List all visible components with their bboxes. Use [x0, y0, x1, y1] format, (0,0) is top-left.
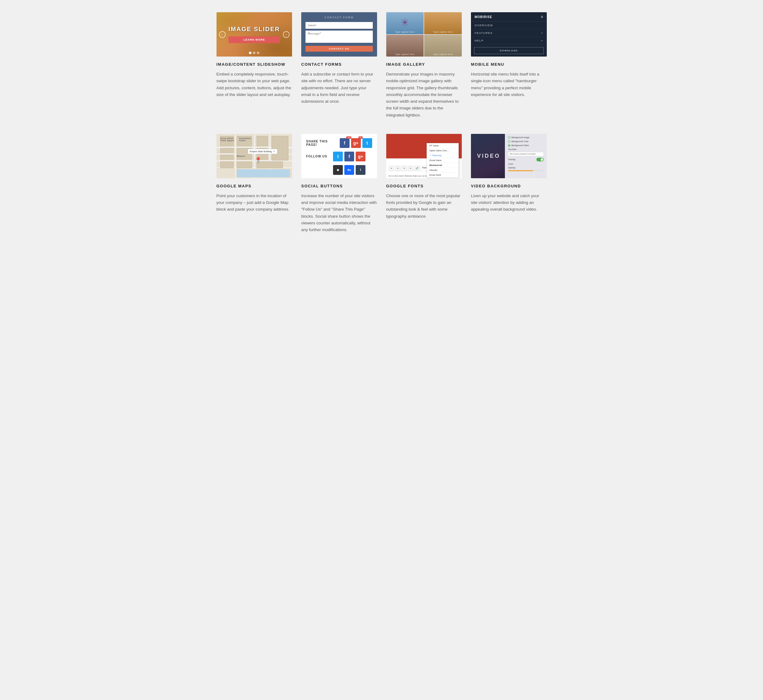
font-option-droid-serif[interactable]: Droid Serif — [427, 173, 458, 178]
radio-bg-image-dot[interactable] — [508, 136, 511, 139]
fonts-align-right-btn[interactable]: ≡ — [401, 166, 407, 171]
social-follow-label: FOLLOW US — [306, 155, 331, 158]
video-overlay-row: Overlay — [508, 158, 544, 161]
mobile-menu-label-help: HELP — [475, 39, 484, 42]
follow-behance-btn[interactable]: Be — [344, 165, 354, 175]
page-wrapper: ‹ IMAGE SLIDER LEARN MORE › IMAGE/CONTEN… — [210, 0, 553, 261]
feature-row-2: Отель HiltonTimes Square ConventionCente… — [216, 134, 547, 234]
fonts-align-left-btn[interactable]: ≡ — [389, 166, 394, 171]
slider-prev-arrow[interactable]: ‹ — [219, 31, 226, 38]
video-option-bg-color: Background Color — [508, 140, 544, 143]
gallery-cell-4[interactable]: Type caption here — [424, 35, 462, 57]
radio-bg-video-dot[interactable] — [508, 144, 511, 147]
social-share-btns: f 192 g+ 47 t — [340, 138, 372, 148]
mobile-menu-download-btn[interactable]: DOWNLOAD — [474, 47, 544, 54]
slider-content: IMAGE SLIDER LEARN MORE — [229, 26, 280, 43]
follow-github-btn[interactable]: ◆ — [333, 165, 343, 175]
card-social-buttons: SHARE THIS PAGE! f 192 g+ 47 t — [301, 134, 377, 234]
fonts-link-btn[interactable]: 🔗 — [414, 166, 420, 171]
radio-bg-color-dot[interactable] — [508, 140, 511, 143]
svg-line-8 — [402, 20, 405, 22]
video-opacity-slider-fill — [508, 170, 533, 171]
gallery-cell-3[interactable]: Type caption here — [386, 35, 424, 57]
card-desc-google-maps: Point your customers in the location of … — [216, 192, 292, 213]
follow-facebook-btn[interactable]: f — [344, 152, 354, 161]
card-contact-forms: CONTACT FORM CONTACT US CONTACT FORMS Ad… — [301, 12, 377, 119]
map-label-convention: ConventionCenter — [239, 137, 251, 142]
card-title-social-buttons: SOCIAL BUTTONS — [301, 184, 377, 188]
preview-image-slider: ‹ IMAGE SLIDER LEARN MORE › — [216, 12, 292, 56]
font-option-raleway[interactable]: ✓ Raleway — [427, 153, 458, 158]
video-label-youtube: YouTube — [508, 148, 517, 150]
map-tooltip: Empire State Building ✕ — [248, 149, 277, 154]
video-radio-bg-video[interactable]: Background Video — [508, 144, 529, 147]
svg-line-6 — [402, 22, 405, 25]
card-google-fonts: PT Sans Open Sans Con... ✓ Raleway Droid… — [386, 134, 462, 234]
contact-submit-btn[interactable]: CONTACT US — [306, 46, 373, 52]
fonts-align-center-btn[interactable]: ≡ — [395, 166, 401, 171]
font-option-montserrat[interactable]: Montserrat — [427, 163, 458, 168]
map-tooltip-text: Empire State Building — [250, 150, 272, 153]
card-title-image-slider: IMAGE/CONTENT SLIDESHOW — [216, 62, 292, 67]
twitter-icon: t — [367, 141, 368, 145]
github-icon: ◆ — [337, 168, 339, 172]
card-title-google-maps: GOOGLE MAPS — [216, 184, 292, 188]
video-label-color: Color — [508, 163, 513, 165]
video-title-overlay: VIDEO — [477, 153, 500, 159]
slider-dot-1[interactable] — [249, 52, 251, 54]
video-youtube-input[interactable] — [508, 152, 544, 156]
mobile-menu-item-features[interactable]: FEATURES ▾ — [471, 29, 547, 37]
mobile-menu-logo: MOBIRISE — [475, 15, 492, 19]
font-option-ubuntu[interactable]: Ubuntu — [427, 168, 458, 173]
facebook-count: 192 — [346, 136, 351, 139]
video-radio-bg-image[interactable]: Background Image — [508, 136, 530, 139]
video-label-bg-video: Background Video — [511, 144, 529, 147]
svg-line-4 — [405, 22, 407, 25]
mobile-menu-header: MOBIRISE ≡ — [471, 12, 547, 22]
slider-dot-3[interactable] — [257, 52, 259, 54]
video-radio-bg-color[interactable]: Background Color — [508, 140, 528, 143]
follow-twitter-btn[interactable]: t — [333, 152, 343, 161]
social-follow-btns: t f g+ — [333, 152, 365, 161]
card-desc-social-buttons: Increase the number of your site visitor… — [301, 192, 377, 234]
card-desc-contact-forms: Add a subscribe or contact form to your … — [301, 71, 377, 105]
card-desc-mobile-menu: Horizontal site menu folds itself into a… — [471, 71, 547, 98]
gallery-cell-2[interactable]: Type caption here — [424, 12, 462, 34]
slider-next-arrow[interactable]: › — [283, 31, 290, 38]
share-facebook-btn[interactable]: f 192 — [340, 138, 349, 148]
fonts-preview-top: PT Sans Open Sans Con... ✓ Raleway Droid… — [386, 134, 462, 158]
contact-message-input[interactable] — [306, 31, 373, 43]
facebook-icon: f — [344, 141, 345, 145]
mobile-menu-label-features: FEATURES — [475, 31, 493, 34]
preview-contact-forms: CONTACT FORM CONTACT US — [301, 12, 377, 56]
map-background: Отель HiltonTimes Square ConventionCente… — [216, 134, 292, 178]
social-share-row: SHARE THIS PAGE! f 192 g+ 47 t — [306, 138, 372, 148]
font-option-opensans[interactable]: Open Sans Con... — [427, 148, 458, 153]
gallery-cell-1[interactable]: Type caption here — [386, 12, 424, 34]
share-googleplus-btn[interactable]: g+ 47 — [351, 138, 361, 148]
fonts-dropdown[interactable]: PT Sans Open Sans Con... ✓ Raleway Droid… — [427, 143, 459, 178]
video-label-overlay: Overlay — [508, 158, 515, 161]
chevron-down-icon-help: ▾ — [541, 39, 543, 42]
contact-name-input[interactable] — [306, 22, 373, 29]
font-option-droid-sans[interactable]: Droid Sans — [427, 158, 458, 163]
video-toggle-overlay[interactable] — [536, 158, 544, 161]
follow-googleplus-btn[interactable]: g+ — [356, 152, 365, 161]
googleplus-icon: g+ — [353, 141, 359, 145]
video-label-bg-image: Background Image — [511, 136, 530, 139]
slider-learn-more-btn[interactable]: LEARN MORE — [229, 36, 280, 43]
chevron-down-icon-features: ▾ — [541, 32, 543, 34]
slider-dot-2[interactable] — [253, 52, 255, 54]
mobile-menu-item-overview[interactable]: OVERVIEW — [471, 22, 547, 29]
hamburger-icon[interactable]: ≡ — [541, 15, 543, 19]
mobile-menu-item-help[interactable]: HELP ▾ — [471, 37, 547, 45]
gallery-caption-4: Type caption here — [433, 53, 453, 55]
social-follow-btns-2: ◆ Be t — [333, 165, 365, 175]
share-twitter-btn[interactable]: t — [362, 138, 372, 148]
feature-row-1: ‹ IMAGE SLIDER LEARN MORE › IMAGE/CONTEN… — [216, 12, 547, 119]
font-option-pt-sans[interactable]: PT Sans — [427, 143, 458, 148]
follow-tumblr-btn[interactable]: t — [356, 165, 365, 175]
fonts-justify-btn[interactable]: ≡ — [408, 166, 414, 171]
map-tooltip-close[interactable]: ✕ — [273, 150, 275, 153]
video-opacity-slider[interactable] — [508, 170, 544, 171]
